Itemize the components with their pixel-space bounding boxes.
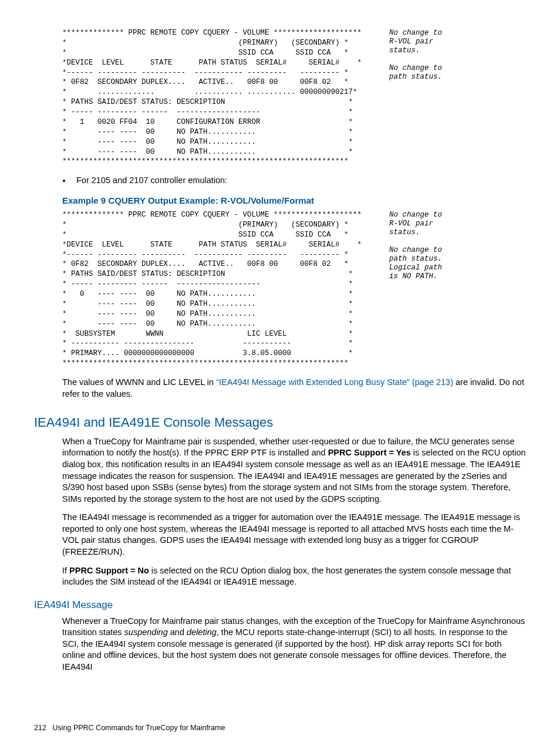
annot1-2: status. bbox=[389, 46, 420, 56]
p3b: PPRC Support = No bbox=[69, 566, 149, 575]
annot1-5: path status. bbox=[389, 72, 442, 82]
bullet-item-1: For 2105 and 2107 controller emulation: bbox=[72, 175, 526, 187]
example-caption: Example 9 CQUERY Output Example: R-VOL/V… bbox=[62, 195, 526, 207]
xref-link[interactable]: “IEA494I Message with Extended Long Busy… bbox=[216, 377, 453, 387]
para-3: If PPRC Support = No is selected on the … bbox=[62, 565, 526, 588]
subsection-heading: IEA494I Message bbox=[34, 599, 526, 612]
page-footer: 212 Using PPRC Commands for TrueCopy for… bbox=[34, 723, 526, 733]
p3a: If bbox=[62, 566, 69, 575]
code-block-2-wrap: ************** PPRC REMOTE COPY CQUERY -… bbox=[34, 210, 526, 369]
code-block-1-wrap: ************** PPRC REMOTE COPY CQUERY -… bbox=[34, 28, 526, 167]
para-4: Whenever a TrueCopy for Mainframe pair s… bbox=[62, 616, 526, 673]
p4d: deleting bbox=[187, 627, 217, 637]
annot2-7: is NO PATH. bbox=[389, 272, 438, 282]
para-after-code: The values of WWNN and LIC LEVEL in “IEA… bbox=[62, 377, 526, 400]
annot2-2: status. bbox=[389, 228, 420, 238]
footer-page-number: 212 bbox=[34, 723, 50, 733]
footer-text: Using PPRC Commands for TrueCopy for Mai… bbox=[52, 724, 225, 732]
p4b: suspending bbox=[124, 627, 168, 637]
para-pre: The values of WWNN and LIC LEVEL in bbox=[62, 377, 216, 387]
bullet-list: For 2105 and 2107 controller emulation: bbox=[34, 175, 526, 187]
code-block-1: ************** PPRC REMOTE COPY CQUERY -… bbox=[62, 28, 526, 167]
p4c: and bbox=[168, 627, 187, 637]
code-block-2: ************** PPRC REMOTE COPY CQUERY -… bbox=[62, 210, 526, 369]
section-heading: IEA494I and IEA491E Console Messages bbox=[34, 414, 526, 431]
p1b: PPRC Support = Yes bbox=[328, 448, 411, 457]
para-1: When a TrueCopy for Mainframe pair is su… bbox=[62, 436, 526, 505]
para-2: The IEA494I message is recommended as a … bbox=[62, 512, 526, 558]
